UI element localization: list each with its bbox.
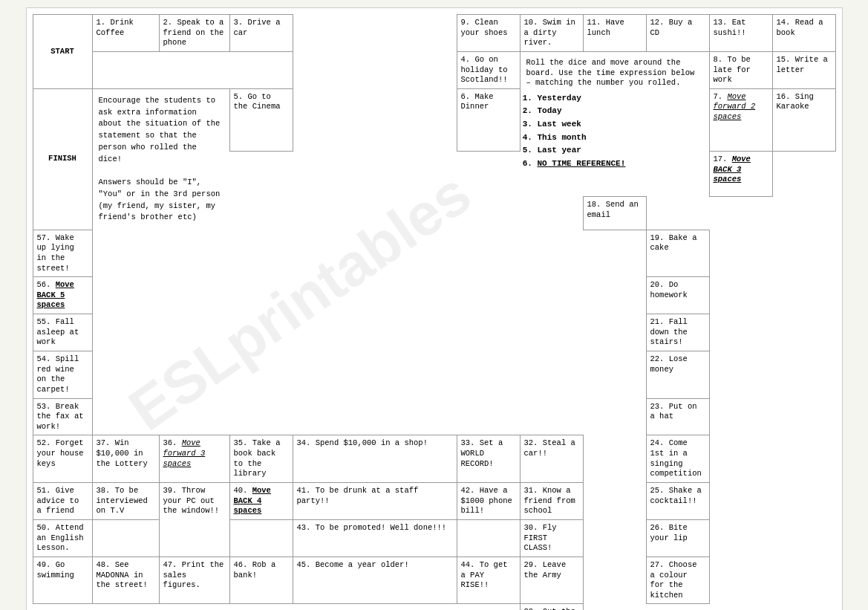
start-cell: START	[33, 15, 92, 89]
list-item-1: Yesterday	[538, 92, 703, 106]
spacer-mid	[293, 230, 646, 277]
cell-26: 26. Bite your lip	[646, 519, 709, 557]
cell-39: 39. Throw your PC out the window!!	[159, 483, 229, 557]
cell-49: 49. Go swimming	[33, 557, 92, 604]
spacer-55	[293, 314, 646, 351]
cell-48: 48. See MADONNA in the street!	[92, 557, 159, 604]
empty-row2	[92, 51, 293, 88]
cell-8: 8. To be late for work	[709, 51, 772, 88]
cell-28: 28. Cut the grass	[520, 604, 583, 610]
cell-53: 53. Break the fax at work!	[33, 398, 92, 435]
cell-4: 4. Go on holiday to Scotland!!	[457, 51, 520, 88]
cell-9: 9. Clean your shoes	[457, 15, 520, 52]
cell-57: 57. Wake up lying in the street!	[33, 230, 92, 277]
cell-29: 29. Leave the Army	[520, 557, 583, 604]
spacer-30b	[583, 519, 646, 557]
encourage-text-2	[92, 230, 293, 435]
spacer-54	[293, 351, 646, 399]
spacer-27b	[646, 604, 709, 610]
spacer-mid2	[583, 435, 646, 483]
cell-19: 19. Bake a cake	[646, 230, 709, 277]
list-item-6: NO TIME REFERENCE!	[538, 158, 703, 171]
cell-33: 33. Set a WORLD RECORD!	[457, 435, 520, 483]
cell-42: 42. Have a $1000 phone bill!	[457, 483, 520, 520]
cell-20: 20. Do homework	[646, 277, 709, 314]
spacer-38b	[92, 519, 159, 557]
cell-45: 45. Become a year older!	[293, 557, 457, 604]
cell-16: 16. Sing Karaoke	[772, 88, 835, 151]
spacer-42b	[457, 519, 520, 557]
cell-30: 30. Fly FIRST CLASS!	[520, 519, 583, 557]
list-item-4: This month	[538, 132, 703, 145]
cell-54: 54. Spill red wine on the carpet!	[33, 351, 92, 399]
cell-56: 56. Move BACK 5 spaces	[33, 277, 92, 314]
cell-6: 6. Make Dinner	[457, 88, 520, 151]
cell-40: 40. Move BACK 4 spaces	[229, 483, 293, 520]
cell-41: 41. To be drunk at a staff party!!	[293, 483, 457, 520]
cell-3: 3. Drive a car	[229, 15, 293, 52]
spacer-53	[293, 398, 646, 435]
cell-14: 14. Read a book	[772, 15, 835, 52]
cell-47: 47. Print the sales figures.	[159, 557, 229, 604]
spacer-row5	[229, 197, 583, 230]
cell-7: 7. Move forward 2 spaces	[709, 88, 772, 151]
cell-52: 52. Forget your house keys	[33, 435, 92, 483]
cell-2: 2. Speak to a friend on the phone	[159, 15, 229, 52]
list-item-3: Last week	[538, 118, 703, 132]
cell-55: 55. Fall asleep at work	[33, 314, 92, 351]
cell-21: 21. Fall down the stairs!	[646, 314, 709, 351]
cell-24: 24. Come 1st in a singing competition	[646, 435, 709, 483]
cell-15: 15. Write a letter	[772, 51, 835, 88]
cell-10: 10. Swim in a dirty river.	[520, 15, 583, 52]
spacer-28b	[583, 604, 646, 610]
spacer-bottom	[33, 604, 520, 610]
cell-34: 34. Spend $10,000 in a shop!	[293, 435, 457, 483]
spacer-29b	[583, 557, 646, 604]
list-item-2: Today	[538, 105, 703, 118]
cell-43: 43. To be promoted! Well done!!!	[293, 519, 457, 557]
cell-38: 38. To be interviewed on T.V	[92, 483, 159, 520]
cell-17: 17. Move BACK 3 spaces	[709, 151, 772, 196]
cell-36: 36. Move forward 3 spaces	[159, 435, 229, 483]
cell-22: 22. Lose money	[646, 351, 709, 399]
cell-35: 35. Take a book back to the library	[229, 435, 293, 483]
cell-31: 31. Know a friend from school	[520, 483, 583, 520]
list-item-5: Last year	[538, 144, 703, 158]
cell-46: 46. Rob a bank!	[229, 557, 293, 604]
cell-23: 23. Put on a hat	[646, 398, 709, 435]
cell-13: 13. Eat sushi!!	[709, 15, 772, 52]
cell-18: 18. Send an email	[583, 197, 646, 230]
cell-51: 51. Give advice to a friend	[33, 483, 92, 520]
cell-25: 25. Shake a cocktail!!	[646, 483, 709, 520]
cell-11: 11. Have lunch	[583, 15, 646, 52]
spacer-56	[293, 277, 646, 314]
cell-27: 27. Choose a colour for the kitchen	[646, 557, 709, 604]
encourage-text: Encourage the students to ask extra info…	[92, 88, 229, 230]
cell-44: 44. To get a PAY RISE!!	[457, 557, 520, 604]
cell-12: 12. Buy a CD	[646, 15, 709, 52]
cell-5: 5. Go to the Cinema	[229, 88, 293, 151]
cell-50: 50. Attend an English Lesson.	[33, 519, 92, 557]
spacer-40b	[229, 519, 293, 557]
spacer-31	[583, 483, 646, 520]
cell-37: 37. Win $10,000 in the Lottery	[92, 435, 159, 483]
finish-cell: FINISH	[33, 88, 92, 230]
cell-32: 32. Steal a car!!	[520, 435, 583, 483]
cell-1: 1. Drink Coffee	[92, 15, 159, 52]
